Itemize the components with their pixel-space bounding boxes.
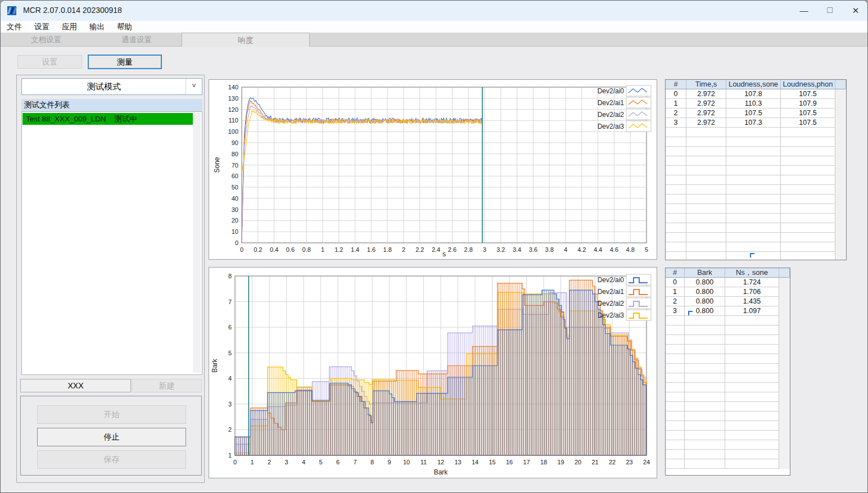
table-row[interactable]: 20.8001.435 [666,297,790,306]
minimize-button[interactable]: — [791,1,817,21]
test-file-list[interactable]: Test 88_XXX_009_LDN 测试中 [21,111,202,375]
list-scrollbar[interactable] [193,112,201,373]
table-row[interactable]: 22.972107.5107.5 [666,108,846,118]
table-row[interactable] [666,354,790,364]
table-row[interactable]: 10.8001.706 [666,287,790,297]
tab-1[interactable]: 通道设置 [92,33,182,47]
table-row[interactable] [666,185,846,195]
table-cell [726,156,781,166]
column-header[interactable]: Time,s [686,80,726,89]
loudness-time-chart[interactable]: 00.20.40.60.811.21.41.61.822.22.42.62.83… [209,79,657,260]
column-header[interactable]: Ns，sone [725,268,779,278]
svg-text:3: 3 [228,401,232,408]
menu-item-3[interactable]: 输出 [83,21,111,33]
table-row[interactable] [666,147,846,156]
table-row[interactable] [666,128,846,137]
svg-text:3.6: 3.6 [529,246,537,253]
maximize-button[interactable]: ☐ [817,1,843,21]
svg-text:0: 0 [240,246,243,253]
save-button[interactable]: 保存 [37,450,186,469]
measure-subtab-button[interactable]: 测量 [88,55,162,69]
table-row[interactable] [666,421,790,431]
table-row[interactable] [666,316,790,325]
table-row[interactable] [666,392,790,402]
tab-2[interactable]: 响度 [182,33,310,47]
table-scroll-strip [835,214,846,223]
table-cell [666,440,685,450]
xxx-button[interactable]: XXX [20,379,131,392]
table-row[interactable] [666,325,790,335]
table-row[interactable] [666,345,790,354]
settings-subtab-button[interactable]: 设置 [17,55,82,69]
app-logo-icon [7,6,17,16]
table-cell [666,316,685,325]
table-row[interactable] [666,175,846,185]
table-cell: 2.972 [686,118,726,128]
chevron-down-icon[interactable]: ˅ [186,79,202,94]
table-row[interactable] [666,137,846,147]
table-row[interactable] [666,373,790,383]
table-cell [686,147,726,156]
tab-0[interactable]: 文档设置 [1,33,92,47]
table-row[interactable] [666,242,846,252]
table-cell [666,459,685,469]
table-cell [666,195,686,204]
table-row[interactable] [666,252,846,260]
column-header[interactable]: # [666,268,685,278]
test-mode-dropdown[interactable]: 测试模式 ˅ [21,78,202,95]
table-row[interactable] [666,411,790,421]
test-file-row[interactable]: Test 88_XXX_009_LDN 测试中 [22,113,193,125]
table-row[interactable] [666,195,846,204]
table-row[interactable] [666,204,846,214]
table-row[interactable]: 12.972110.3107.9 [666,99,846,108]
new-button[interactable]: 新建 [132,379,202,392]
menu-item-4[interactable]: 帮助 [111,21,138,33]
specific-loudness-chart[interactable]: 0123456789101112131415161718192021222324… [209,267,657,478]
table-cell [725,364,779,373]
start-button[interactable]: 开始 [37,405,186,424]
table-cell [666,156,686,166]
table-row[interactable] [666,166,846,175]
table-cell [726,128,781,137]
column-header[interactable]: Loudness,phon [781,80,835,89]
table-row[interactable]: 00.8001.724 [666,278,790,287]
table-row[interactable]: 30.8001.097 [666,306,790,316]
table-row[interactable] [666,440,790,450]
table-row[interactable] [666,335,790,345]
table-row[interactable] [666,233,846,242]
menu-item-0[interactable]: 文件 [1,21,28,33]
table-row[interactable] [666,459,790,469]
column-header[interactable]: Bark [685,268,725,278]
table-scroll-strip [779,297,790,306]
table-cell [726,242,781,252]
table-scroll-strip [779,306,790,316]
table-row[interactable] [666,431,790,440]
table-cell: 1.435 [725,297,779,306]
table-cell [725,325,779,335]
menu-bar: 文件设置应用输出帮助 [1,21,868,33]
table-scroll-strip [779,402,790,411]
table-cell: 3 [666,306,685,316]
svg-text:60: 60 [232,173,238,179]
stop-button[interactable]: 停止 [37,428,186,446]
close-button[interactable]: ✕ [843,1,868,21]
table-cell [781,166,835,175]
table-row[interactable] [666,402,790,411]
table-cell [685,402,725,411]
table-row[interactable] [666,223,846,233]
table-cell [666,175,686,185]
svg-text:s: s [442,250,446,258]
table-row[interactable] [666,364,790,373]
table-row[interactable] [666,383,790,392]
table-cell [666,421,685,431]
table-row[interactable]: 32.972107.3107.5 [666,118,846,128]
column-header[interactable]: # [666,80,686,89]
table-row[interactable] [666,450,790,459]
table-row[interactable]: 02.972107.8107.5 [666,89,846,99]
table-row[interactable] [666,214,846,223]
menu-item-2[interactable]: 应用 [56,21,83,33]
table-row[interactable] [666,156,846,166]
table-cell [725,373,779,383]
column-header[interactable]: Loudness,sone [726,80,781,89]
menu-item-1[interactable]: 设置 [28,21,56,33]
